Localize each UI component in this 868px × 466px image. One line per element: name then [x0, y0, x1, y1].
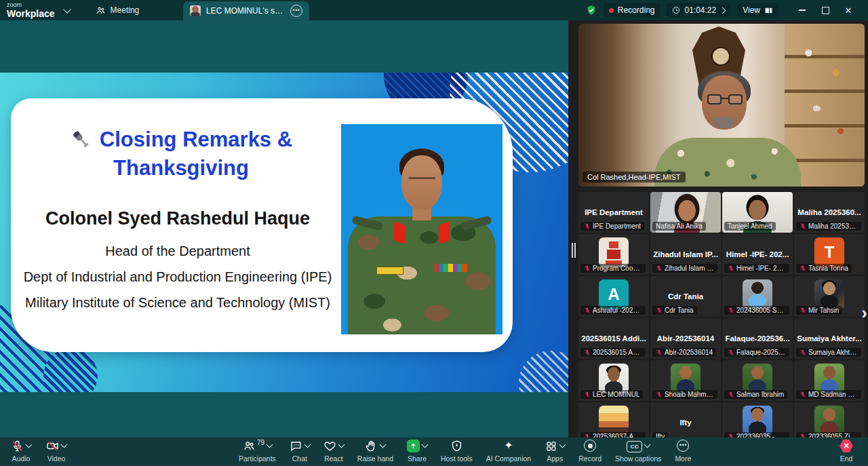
participant-tile[interactable]: Abir-202536014 Abir-202536014 — [650, 318, 721, 359]
participant-tile[interactable]: MD Sadman Sid... — [794, 360, 865, 401]
toolbar-button-apps[interactable]: Apps — [542, 440, 568, 463]
mic-off-icon — [656, 265, 663, 272]
participant-tile[interactable]: A Ashraful -20253... — [578, 276, 649, 317]
participant-tile[interactable]: 202436005 Shaf... — [722, 276, 793, 317]
participant-label: Sumaiya Akhter-... — [796, 348, 861, 357]
mic-off-icon — [584, 265, 591, 272]
workspace-chevron-icon[interactable] — [63, 5, 71, 13]
participant-tile[interactable]: Ifty Ifty — [650, 402, 721, 438]
participant-avatar — [814, 364, 844, 393]
participant-label: Maliha 2025360... — [796, 222, 861, 231]
slide-speaker-name: Colonel Syed Rashedul Haque — [15, 208, 340, 229]
record-icon — [584, 440, 596, 452]
toolbar-button-more[interactable]: ••• More — [672, 440, 694, 463]
toolbar-button-chat[interactable]: Chat — [287, 440, 313, 463]
participant-label: Abir-202536014 — [652, 348, 716, 357]
participant-avatar — [814, 406, 844, 435]
participant-tile[interactable]: Himel -IPE- 202... Himel -IPE- 202... — [722, 234, 793, 275]
active-speaker-video[interactable]: Col Rashed,Head-IPE,MIST — [578, 24, 865, 187]
zoom-logo: zoom Workplace — [7, 2, 55, 18]
close-button[interactable]: ✕ — [837, 0, 860, 20]
participant-tile[interactable]: IPE Department IPE Department — [578, 192, 649, 233]
participant-tile[interactable]: Tanjeel Ahmed — [722, 192, 793, 233]
toolbar-button-show-captions[interactable]: CC Show captions — [612, 440, 664, 463]
tab-shared-screen[interactable]: LEC MOMINUL's screen ••• — [183, 1, 309, 20]
host-tools-icon — [450, 440, 463, 452]
security-shield-icon[interactable] — [586, 5, 597, 16]
gallery-next-page-chevron-icon[interactable]: › — [861, 304, 867, 322]
microphone-icon — [70, 128, 93, 151]
toolbar-button-audio[interactable]: Audio — [8, 440, 34, 463]
participant-tile[interactable]: Maliha 2025360... Maliha 2025360... — [794, 192, 865, 233]
participant-tile[interactable]: Zihadul Islam IP... Zihadul Islam IP... — [650, 234, 721, 275]
mic-off-icon — [656, 391, 663, 398]
participant-label: Ashraful -20253... — [580, 306, 646, 315]
chat-chevron[interactable] — [304, 442, 311, 448]
toolbar-button-participants[interactable]: 79 Participants — [236, 440, 279, 463]
participant-tile[interactable]: 202336055 Ziman — [794, 402, 865, 438]
mic-off-icon — [800, 349, 806, 356]
toolbar-button-end[interactable]: ✕ End — [837, 440, 856, 463]
meeting-timer[interactable]: 01:04:22 — [667, 3, 730, 17]
participant-tile[interactable]: 202536037-Ano... — [578, 402, 649, 438]
meeting-toolbar: Audio Video 79 P — [0, 438, 868, 466]
participant-tile[interactable]: LEC MOMINUL — [578, 360, 649, 401]
participant-tile[interactable]: Cdr Tania Cdr Tania — [650, 276, 721, 317]
participant-tile[interactable]: T Tasnia Tonna — [794, 234, 865, 275]
toolbar-button-raise-hand[interactable]: Raise hand — [355, 440, 396, 463]
toolbar-button-share[interactable]: Share — [404, 440, 430, 463]
minimize-button[interactable] — [791, 0, 814, 20]
toolbar-button-react[interactable]: React — [321, 440, 347, 463]
participant-tile[interactable]: 202336035 - As... — [722, 402, 793, 438]
react-chevron[interactable] — [338, 442, 344, 448]
participants-icon — [243, 440, 256, 452]
recording-label: Recording — [618, 5, 655, 15]
slide-title: Closing Remarks & Thanksgiving — [35, 125, 327, 182]
participant-avatar — [599, 364, 629, 393]
react-heart-icon — [323, 440, 336, 452]
participant-tile[interactable]: Sumaiya Akhter... Sumaiya Akhter-... — [794, 318, 865, 359]
participant-tile[interactable]: Salman Ibrahim — [722, 360, 793, 401]
mic-off-icon — [656, 349, 663, 356]
speaker-name-label: Col Rashed,Head-IPE,MIST — [583, 172, 686, 182]
toolbar-button-host-tools[interactable]: Host tools — [438, 440, 475, 463]
video-options-chevron[interactable] — [61, 442, 68, 448]
mic-off-icon — [584, 349, 591, 356]
raise-hand-chevron[interactable] — [380, 442, 387, 448]
participant-tile[interactable]: Falaque-202536... Falaque-202536... — [722, 318, 793, 359]
apps-icon — [545, 440, 557, 452]
recording-indicator[interactable]: Recording — [604, 3, 660, 17]
apps-chevron[interactable] — [559, 442, 566, 448]
participant-tile[interactable]: Shoaib Mahmud — [650, 360, 721, 401]
mic-off-icon — [728, 391, 734, 398]
participants-chevron[interactable] — [267, 442, 273, 448]
view-grid-icon — [764, 6, 773, 15]
participant-tile[interactable]: 202536015 Addi... 202536015 Addi... — [578, 318, 649, 359]
participant-avatar — [743, 279, 772, 309]
captions-chevron[interactable] — [644, 442, 651, 448]
participant-label: Himel -IPE- 202... — [724, 264, 789, 273]
maximize-button[interactable] — [814, 0, 837, 20]
participant-tile[interactable]: Nafisa Ali Anika — [650, 192, 721, 233]
participant-tile[interactable]: Program Coord... — [578, 234, 649, 275]
view-label: View — [743, 5, 760, 15]
end-icon: ✕ — [840, 440, 853, 452]
participant-label: Mir Tahsin — [796, 306, 842, 315]
toolbar-button-record[interactable]: Record — [576, 440, 604, 463]
mic-off-icon — [584, 433, 591, 438]
participant-avatar — [814, 279, 844, 309]
tab-more-icon[interactable]: ••• — [290, 5, 302, 17]
toolbar-button-video[interactable]: Video — [43, 440, 69, 463]
participant-label: Ifty — [652, 432, 668, 438]
participant-tile[interactable]: Mir Tahsin — [794, 276, 865, 317]
slide-title-line2: Thanksgiving — [35, 154, 327, 182]
panel-resize-handle[interactable] — [572, 243, 573, 258]
ai-companion-icon: ✦ — [504, 440, 513, 451]
share-chevron[interactable] — [422, 442, 429, 448]
audio-options-chevron[interactable] — [26, 442, 33, 448]
tab-meeting[interactable]: Meeting — [96, 5, 140, 16]
view-button[interactable]: View — [737, 3, 778, 17]
participant-avatar — [671, 364, 701, 393]
tab-meeting-label: Meeting — [111, 5, 140, 15]
toolbar-button-ai-companion[interactable]: ✦ AI Companion — [484, 440, 534, 463]
